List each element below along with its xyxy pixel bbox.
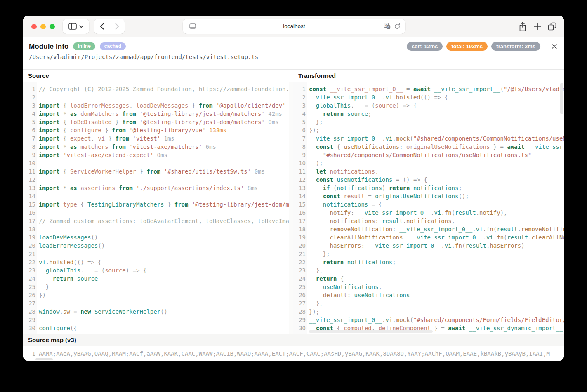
sidebar-icon <box>68 23 77 30</box>
sourcemap-horizontal-scrollbar[interactable] <box>35 358 53 360</box>
desktop-background: localhost A a <box>0 0 587 392</box>
minimize-window-button[interactable] <box>40 24 46 29</box>
code-line: 26}) <box>23 291 293 299</box>
code-line: 10 ); <box>293 159 564 167</box>
module-badges: inlinecached <box>68 42 126 50</box>
code-line: 11 let notifications; <box>293 167 564 176</box>
close-icon[interactable] <box>551 43 557 49</box>
code-line: 24 return source <box>23 275 293 283</box>
page-title: Module Info <box>29 42 68 51</box>
transformed-vertical-scrollbar[interactable] <box>560 83 563 114</box>
forward-button[interactable] <box>109 19 125 34</box>
zoom-window-button[interactable] <box>50 24 55 29</box>
code-line: 28}); <box>293 307 564 316</box>
timing-badge: total: 193ms <box>446 42 488 51</box>
module-header: Module Info inlinecached self: 12mstotal… <box>23 37 564 69</box>
code-line: 4 return source; <box>293 110 564 118</box>
code-line: 17 notifications: result.notifications, <box>293 217 564 225</box>
transformed-panel-title: Transformed <box>293 70 564 82</box>
window-controls[interactable] <box>31 24 55 29</box>
code-line: 14 <box>23 192 293 200</box>
vite-inspect-page: Module Info inlinecached self: 12mstotal… <box>23 37 564 361</box>
chevron-down-icon <box>79 25 83 28</box>
code-line: 18 removeNotification: __vite_ssr_import… <box>293 225 564 233</box>
code-line: 14 const result = originalUseNotificatio… <box>293 192 564 200</box>
new-tab-icon[interactable] <box>532 21 543 31</box>
code-line: 23 globalThis.__ = (source) => { <box>23 266 293 275</box>
code-line: 22vi.hoisted(() => { <box>23 258 293 266</box>
code-line: 25 useNotifications, <box>293 283 564 291</box>
tab-overview-icon[interactable] <box>546 21 558 31</box>
source-panel: Source 1// Copyright (C) 2012-2025 Zamma… <box>23 70 293 334</box>
source-scrollbar-track[interactable] <box>289 82 293 334</box>
url-text: localhost <box>183 19 405 34</box>
code-line: 24 return { <box>293 275 564 283</box>
close-window-button[interactable] <box>31 24 37 29</box>
code-line: 1const __vite_ssr_import_0__ = await __v… <box>293 85 564 93</box>
code-line: 27 <box>23 299 293 307</box>
transformed-code[interactable]: 1const __vite_ssr_import_0__ = await __v… <box>293 82 564 334</box>
code-line: 23 }; <box>293 266 564 275</box>
code-panels: Source 1// Copyright (C) 2012-2025 Zamma… <box>23 69 564 334</box>
safari-window: localhost A a <box>23 16 564 361</box>
sourcemap-line-number: 1 <box>23 350 35 361</box>
code-line: 13import * as assertions from './support… <box>23 184 293 192</box>
code-line: 2 <box>23 93 293 101</box>
reload-icon[interactable] <box>394 23 401 30</box>
code-line: 6}); <box>293 126 564 134</box>
code-line: 3 globalThis.__ = (source) => { <box>293 101 564 110</box>
sourcemap-section: Source map (v3) 1 AAMA;AAeA,yBAAG,QAAQ,M… <box>23 334 564 361</box>
code-line: 28window.sw = new ServiceWorkerHelper() <box>23 307 293 316</box>
transformed-panel: Transformed 1const __vite_ssr_import_0__… <box>293 70 564 334</box>
code-line: 5import { toBeDisabled } from '@testing-… <box>23 118 293 126</box>
code-line: 9 "#shared/components/CommonNotification… <box>293 151 564 159</box>
code-line: 16 <box>23 209 293 217</box>
module-badge: cached <box>100 42 126 50</box>
code-line: 21 }; <box>293 250 564 258</box>
code-line: 16 notify: __vite_ssr_import_0__.vi.fn(r… <box>293 209 564 217</box>
code-line: 29 <box>23 316 293 324</box>
code-line: 27 }; <box>293 299 564 307</box>
code-line: 10 <box>23 159 293 167</box>
code-line: 8import * as matchers from 'vitest-axe/m… <box>23 143 293 151</box>
code-line: 26 default: useNotifications <box>293 291 564 299</box>
code-line: 1// Copyright (C) 2012-2025 Zammad Found… <box>23 85 293 93</box>
code-line: 12 const useNotifications = () => { <box>293 176 564 184</box>
code-line: 7__vite_ssr_import_0__.vi.mock("#shared/… <box>293 134 564 143</box>
transformed-horizontal-scrollbar[interactable] <box>309 330 433 333</box>
navigation-buttons <box>94 19 125 34</box>
code-line: 29__vite_ssr_import_0__.vi.mock("#shared… <box>293 316 564 324</box>
code-line: 21 <box>23 250 293 258</box>
timing-badge: transform: 2ms <box>491 42 540 51</box>
module-badge: inline <box>73 42 95 50</box>
code-line: 3import { loadErrorMessages, loadDevMess… <box>23 101 293 110</box>
code-line: 19loadDevMessages() <box>23 233 293 242</box>
code-line: 7import { expect, vi } from 'vitest' 1ms <box>23 134 293 143</box>
code-line: 22 return notifications; <box>293 258 564 266</box>
sourcemap-mappings: AAMA;AAeA,yBAAG,QAAQ,MAAM;AACf,aAAW,KAAK… <box>39 350 550 361</box>
module-file-path: /Users/vladimir/Projects/zammad/app/fron… <box>29 54 558 60</box>
source-panel-title: Source <box>23 70 293 82</box>
code-line: 25 } <box>23 283 293 291</box>
timing-badge: self: 12ms <box>407 42 443 51</box>
browser-toolbar: localhost A a <box>23 16 564 37</box>
code-line: 9import 'vitest-axe/extend-expect' 0ms <box>23 151 293 159</box>
code-line: 13 if (notifications) return notificatio… <box>293 184 564 192</box>
timing-badges: self: 12mstotal: 193mstransform: 2ms <box>403 42 540 51</box>
code-line: 19 clearAllNotifications: __vite_ssr_imp… <box>293 233 564 242</box>
code-line: 5 }; <box>293 118 564 126</box>
code-line: 15import type { TestingLibraryMatchers }… <box>23 200 293 209</box>
code-line: 15 notifications = { <box>293 200 564 209</box>
source-code[interactable]: 1// Copyright (C) 2012-2025 Zammad Found… <box>23 82 293 334</box>
code-line: 4import * as domMatchers from '@testing-… <box>23 110 293 118</box>
sourcemap-line[interactable]: 1 AAMA;AAeA,yBAAG,QAAQ,MAAM;AACf,aAAW,KA… <box>23 346 564 361</box>
code-line: 30configure({ <box>23 324 293 332</box>
code-line: 18 <box>23 225 293 233</box>
translate-icon[interactable]: A a <box>384 23 391 30</box>
sidebar-toggle-button[interactable] <box>63 19 89 34</box>
code-line: 6import { configure } from '@testing-lib… <box>23 126 293 134</box>
back-button[interactable] <box>94 19 109 34</box>
address-bar[interactable]: localhost A a <box>183 19 405 34</box>
share-icon[interactable] <box>517 21 528 31</box>
code-line: 20 hasErrors: __vite_ssr_import_0__.vi.f… <box>293 242 564 250</box>
